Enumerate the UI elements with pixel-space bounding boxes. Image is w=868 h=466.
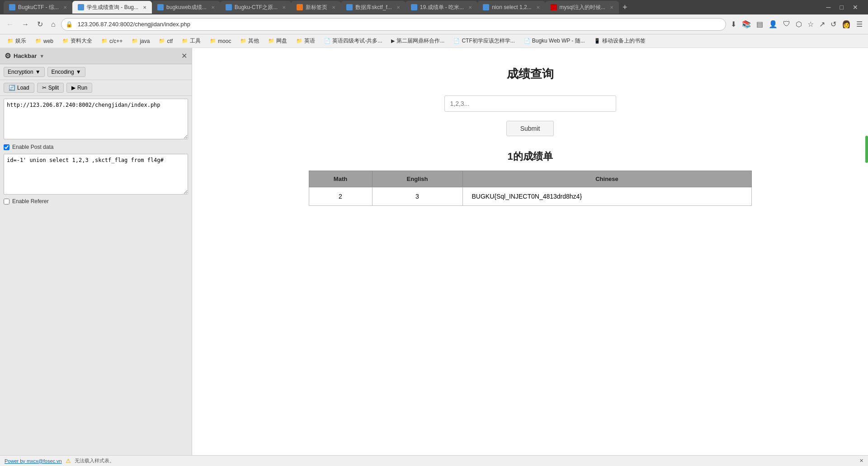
tab-favicon <box>411 4 417 10</box>
tab-favicon <box>9 4 15 10</box>
bookmark-label: 娱乐 <box>15 37 26 45</box>
tab-chengjidan2[interactable]: 19.成绩单 - 吃米... ✕ <box>406 1 477 14</box>
reading-mode-icon[interactable]: ▤ <box>755 18 765 30</box>
run-button[interactable]: ▶ Run <box>66 83 92 93</box>
tab-close[interactable]: ✕ <box>536 5 540 10</box>
bookmark-label: 网盘 <box>276 37 287 45</box>
url-textarea[interactable] <box>4 99 188 139</box>
tab-close[interactable]: ✕ <box>396 5 400 10</box>
bookmark-star-icon[interactable]: ☆ <box>806 18 816 30</box>
download-icon[interactable]: ⬇ <box>729 18 738 30</box>
folder-icon: 📁 <box>35 38 42 44</box>
tab-bugkuctf[interactable]: BugkuCTF - 综... ✕ <box>4 1 72 14</box>
tab-close[interactable]: ✕ <box>63 5 67 10</box>
bookmark-other[interactable]: 📁 其他 <box>236 36 263 46</box>
maximize-button[interactable]: □ <box>837 3 846 12</box>
tab-chengjidan[interactable]: 学生成绩查询 - Bug... ✕ <box>72 1 152 14</box>
bookmark-english[interactable]: 📁 英语 <box>292 36 319 46</box>
menu-icon[interactable]: ☰ <box>854 18 864 30</box>
tab-new[interactable]: 新标签页 ✕ <box>291 1 341 14</box>
folder-icon: 📁 <box>132 38 138 44</box>
power-link[interactable]: Power by mxcx@fosec.vn <box>5 458 62 464</box>
bookmark-web[interactable]: 📁 web <box>32 37 57 45</box>
tab-label: 19.成绩单 - 吃米... <box>420 4 464 11</box>
bookmark-cet4[interactable]: 📄 英语四级考试-共多... <box>321 36 386 46</box>
split-button[interactable]: ✂ Split <box>37 83 64 93</box>
hackbar-actions: 🔄 Load ✂ Split ▶ Run <box>0 80 192 96</box>
tab-close[interactable]: ✕ <box>468 5 472 10</box>
folder-icon: 📁 <box>7 38 14 44</box>
result-table: Math English Chinese 2 3 BUGKU{Sql_INJEC… <box>309 171 752 206</box>
bookmark-ctf-learn[interactable]: 📄 CTF初学应该怎样学... <box>450 36 518 46</box>
tab-label: 学生成绩查询 - Bug... <box>87 4 138 11</box>
page-title: 成绩查询 <box>507 66 554 82</box>
avatar-icon[interactable]: 👩 <box>840 18 853 30</box>
account-icon[interactable]: 👤 <box>767 18 779 30</box>
enable-referer-checkbox[interactable] <box>4 199 9 204</box>
address-bar: ← → ↻ ⌂ 🔒 ⬇ 📚 ▤ 👤 🛡 ⬡ ☆ ↗ ↺ 👩 ☰ <box>0 14 868 34</box>
right-accent-bar <box>865 136 868 163</box>
tab-favicon <box>346 4 353 10</box>
submit-button[interactable]: Submit <box>506 121 554 136</box>
play-icon: ▶ <box>391 38 395 44</box>
bookmark-label: 英语四级考试-共多... <box>332 37 382 45</box>
bookmark-java[interactable]: 📁 java <box>128 37 153 45</box>
tab-bugkuweb[interactable]: bugkuweb成绩... ✕ <box>152 1 220 14</box>
address-wrapper: 🔒 <box>61 18 726 31</box>
enable-post-row: Enable Post data <box>0 142 192 152</box>
bookmark-netdisk[interactable]: 📁 网盘 <box>264 36 291 46</box>
status-warning-text: 无法载入样式表。 <box>75 457 114 464</box>
tab-bugku-ctf[interactable]: Bugku-CTF之原... ✕ <box>220 1 291 14</box>
bookmark-wangdingbei[interactable]: ▶ 第二届网鼎杯合作... <box>387 36 448 46</box>
back-button[interactable]: ← <box>4 19 16 30</box>
load-button[interactable]: 🔄 Load <box>4 83 34 93</box>
post-textarea[interactable] <box>4 154 188 195</box>
bookmark-mooc[interactable]: 📁 mooc <box>206 37 235 45</box>
bookmark-ctf[interactable]: 📁 ctf <box>155 37 176 45</box>
enable-post-label: Enable Post data <box>12 144 53 150</box>
adblock-icon[interactable]: 🛡 <box>781 18 792 30</box>
bookmark-label: mooc <box>218 38 231 44</box>
hackbar-close-button[interactable]: ✕ <box>181 52 187 60</box>
tab-close[interactable]: ✕ <box>282 5 286 10</box>
tab-mysql[interactable]: mysql注入的时候... ✕ <box>545 1 619 14</box>
col-header-english: English <box>372 171 462 187</box>
encryption-dropdown[interactable]: Encryption ▼ <box>4 67 45 77</box>
cell-chinese: BUGKU{Sql_INJECT0N_4813drd8hz4} <box>462 187 751 206</box>
enable-referer-row: Enable Referer <box>0 196 192 206</box>
bookmark-mobile[interactable]: 📱 移动设备上的书签 <box>590 36 649 46</box>
bookmark-entertainment[interactable]: 📁 娱乐 <box>4 36 30 46</box>
library-icon[interactable]: 📚 <box>740 18 753 30</box>
bookmark-label: ctf <box>167 38 173 44</box>
status-close-button[interactable]: ✕ <box>859 458 863 464</box>
close-window-button[interactable]: ✕ <box>850 3 861 12</box>
minimize-button[interactable]: ─ <box>824 3 834 12</box>
bookmark-tools[interactable]: 📁 工具 <box>178 36 204 46</box>
page-content: 成绩查询 Submit 1的成绩单 Math English Chinese 2… <box>192 48 868 455</box>
forward-button[interactable]: → <box>19 19 32 30</box>
warning-icon: ⚠ <box>66 457 71 464</box>
tab-close[interactable]: ✕ <box>143 5 146 10</box>
tab-nion[interactable]: nion select 1,2... ✕ <box>477 1 545 14</box>
tab-close[interactable]: ✕ <box>211 5 215 10</box>
home-button[interactable]: ⌂ <box>48 19 58 30</box>
encoding-dropdown[interactable]: Encoding ▼ <box>47 67 85 77</box>
enable-post-checkbox[interactable] <box>4 144 9 150</box>
tab-database[interactable]: 数据库skctf_f... ✕ <box>341 1 406 14</box>
hackbar-panel: ⚙ Hackbar ▼ ✕ Encryption ▼ Encoding ▼ 🔄 <box>0 48 192 455</box>
new-tab-button[interactable]: + <box>619 3 631 12</box>
more-tools-icon[interactable]: ↺ <box>829 18 838 30</box>
folder-icon: 📁 <box>182 38 188 44</box>
tab-close[interactable]: ✕ <box>610 5 613 10</box>
bookmark-resources[interactable]: 📁 资料大全 <box>59 36 96 46</box>
share-icon[interactable]: ↗ <box>817 18 827 30</box>
bookmark-bugku-wp[interactable]: 📄 Bugku Web WP - 随... <box>520 36 589 46</box>
pocket-icon[interactable]: ⬡ <box>794 18 804 30</box>
bookmark-cpp[interactable]: 📁 c/c++ <box>98 37 126 45</box>
search-input[interactable] <box>444 95 616 112</box>
enable-referer-label: Enable Referer <box>12 198 49 204</box>
folder-icon: 📁 <box>62 38 69 44</box>
tab-close[interactable]: ✕ <box>332 5 335 10</box>
refresh-button[interactable]: ↻ <box>34 18 46 30</box>
address-input[interactable] <box>61 18 726 31</box>
